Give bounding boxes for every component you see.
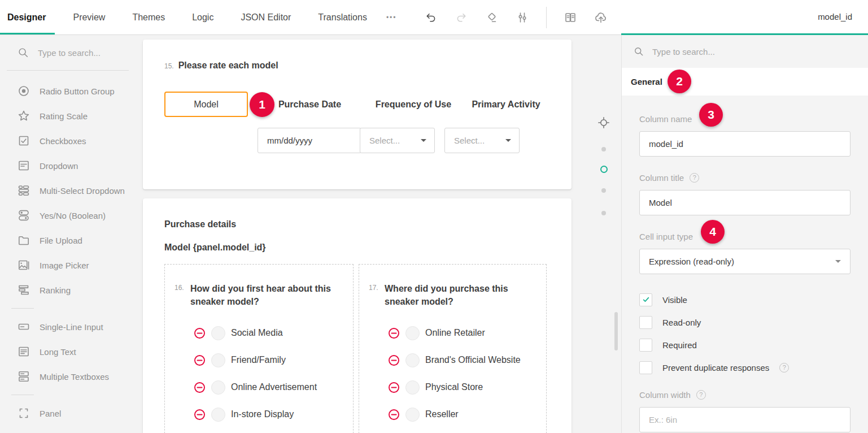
question-15-header: 15. Please rate each model	[164, 60, 278, 71]
choice-label: Online Retailer	[425, 326, 485, 340]
tab-translations[interactable]: Translations	[318, 0, 367, 34]
current-page-indicator[interactable]	[600, 166, 608, 173]
question-17-box[interactable]: 17. Where did you purchase this sneaker …	[359, 264, 547, 433]
crosshair-icon[interactable]	[597, 116, 610, 129]
radio-icon[interactable]	[405, 380, 420, 395]
toolbox-search-input[interactable]	[38, 48, 117, 58]
cell-input-type-select[interactable]: Expression (read-only)	[639, 249, 850, 274]
tab-designer[interactable]: Designer	[7, 0, 46, 34]
column-title-input[interactable]	[639, 190, 850, 215]
choices-list: Online RetailerBrand's Official WebsiteP…	[359, 319, 546, 428]
toolbox-group-divider	[11, 308, 34, 309]
toolbox-item-file-upload[interactable]: File Upload	[0, 228, 133, 253]
panel-title[interactable]: Purchase details	[164, 219, 236, 230]
radio-icon[interactable]	[211, 408, 225, 422]
question-title[interactable]: How did you first hear about this sneake…	[190, 282, 332, 308]
column-name-input[interactable]	[639, 131, 850, 157]
toolbox-item-rating-scale[interactable]: Rating Scale	[0, 103, 133, 128]
tab-themes[interactable]: Themes	[132, 0, 165, 34]
page-dot[interactable]	[601, 211, 606, 215]
property-checkbox-prevent-duplicate-responses[interactable]: Prevent duplicate responses	[639, 356, 850, 379]
tab-json-editor[interactable]: JSON Editor	[241, 0, 291, 34]
question-15-card[interactable]: 15. Please rate each model Model Purchas…	[143, 40, 572, 189]
primary-activity-select[interactable]: Select...	[444, 128, 520, 153]
radio-icon[interactable]	[211, 326, 225, 340]
single-line-input-icon	[17, 320, 30, 334]
choice-label: Brand's Official Website	[425, 353, 521, 367]
choice-label: Online Advertisement	[231, 380, 317, 394]
annotation-badge-1: 1	[250, 92, 274, 117]
radio-icon[interactable]	[405, 408, 420, 422]
toolbox-item-multi-select-dropdown[interactable]: Multi-Select Dropdown	[0, 178, 133, 203]
remove-choice-button[interactable]	[388, 382, 400, 393]
column-title-label: Column title	[639, 172, 850, 183]
page-navigator	[597, 116, 610, 215]
eraser-icon[interactable]	[485, 11, 499, 24]
question-16-box[interactable]: 16. How did you first hear about this sn…	[164, 264, 354, 433]
remove-choice-button[interactable]	[194, 354, 206, 366]
manual-icon[interactable]	[564, 11, 577, 24]
checkbox-checked-icon[interactable]	[639, 293, 652, 306]
page-dot[interactable]	[601, 147, 606, 151]
radio-icon[interactable]	[211, 353, 225, 367]
radio-icon[interactable]	[211, 380, 225, 395]
toolbox-item-radio-button-group[interactable]: Radio Button Group	[0, 79, 133, 103]
undo-icon[interactable]	[424, 11, 438, 24]
multiple-textboxes-icon	[17, 370, 30, 383]
toolbox-item-single-line-input[interactable]: Single-Line Input	[0, 314, 133, 339]
property-checkbox-read-only[interactable]: Read-only	[639, 311, 850, 334]
purchase-date-input[interactable]	[258, 128, 361, 153]
choice-label: Physical Store	[425, 380, 483, 394]
property-checkbox-visible[interactable]: Visible	[639, 288, 850, 311]
column-width-input[interactable]	[639, 407, 850, 432]
toolbox-item-image-picker[interactable]: Image Picker	[0, 253, 133, 278]
radio-icon[interactable]	[405, 353, 420, 367]
more-tabs-button[interactable]: •••	[386, 0, 397, 34]
tab-preview[interactable]: Preview	[73, 0, 105, 34]
checkbox-unchecked-icon[interactable]	[639, 316, 652, 329]
matrix-column-frequency-of-use[interactable]: Frequency of Use	[360, 92, 467, 117]
toolbox-item-ranking[interactable]: Ranking	[0, 278, 133, 302]
choice-label: In-store Display	[231, 408, 294, 421]
toolbox-item-panel[interactable]: Panel	[0, 401, 133, 426]
toolbox-item-yes-no-boolean[interactable]: Yes/No (Boolean)	[0, 203, 133, 228]
redo-icon[interactable]	[455, 11, 468, 24]
publish-icon[interactable]	[594, 11, 608, 24]
settings-icon[interactable]	[516, 11, 529, 24]
tab-logic[interactable]: Logic	[192, 0, 213, 34]
purchase-details-panel-card[interactable]: Purchase details Model {panel.model_id} …	[143, 198, 572, 433]
choice-row: Brand's Official Website	[359, 347, 546, 374]
checkbox-label: Prevent duplicate responses	[662, 363, 769, 373]
selected-element-bar: model_id	[621, 0, 868, 35]
matrix-column-model-selected[interactable]: Model	[164, 92, 248, 117]
toolbox-item-multiple-textboxes[interactable]: Multiple Textboxes	[0, 364, 133, 389]
property-search-input[interactable]	[652, 47, 810, 57]
help-icon[interactable]	[779, 363, 789, 373]
radio-icon[interactable]	[405, 326, 420, 340]
question-title[interactable]: Where did you purchase this sneaker mode…	[385, 282, 526, 308]
frequency-of-use-select[interactable]: Select...	[360, 128, 435, 153]
choice-row: Social Media	[165, 319, 353, 347]
property-checkbox-required[interactable]: Required	[639, 334, 850, 356]
help-icon[interactable]	[690, 173, 699, 183]
remove-choice-button[interactable]	[194, 327, 206, 339]
canvas-scrollbar[interactable]	[614, 312, 618, 350]
annotation-badge-2: 2	[668, 70, 691, 93]
section-general[interactable]: General	[622, 68, 868, 96]
help-icon[interactable]	[696, 390, 706, 400]
toolbox-item-long-text[interactable]: Long Text	[0, 339, 133, 364]
checkbox-unchecked-icon[interactable]	[639, 339, 652, 352]
panel-subtitle[interactable]: Model {panel.model_id}	[164, 243, 266, 253]
annotation-badge-3: 3	[699, 103, 723, 127]
remove-choice-button[interactable]	[194, 382, 206, 393]
question-title[interactable]: Please rate each model	[178, 60, 278, 71]
remove-choice-button[interactable]	[388, 327, 400, 339]
checkbox-unchecked-icon[interactable]	[639, 361, 652, 374]
remove-choice-button[interactable]	[388, 409, 400, 421]
remove-choice-button[interactable]	[194, 409, 206, 421]
toolbox-item-dropdown[interactable]: Dropdown	[0, 153, 133, 178]
toolbox-item-checkboxes[interactable]: Checkboxes	[0, 128, 133, 153]
remove-choice-button[interactable]	[388, 354, 400, 366]
page-dot[interactable]	[601, 188, 606, 193]
matrix-column-primary-activity[interactable]: Primary Activity	[459, 92, 553, 117]
